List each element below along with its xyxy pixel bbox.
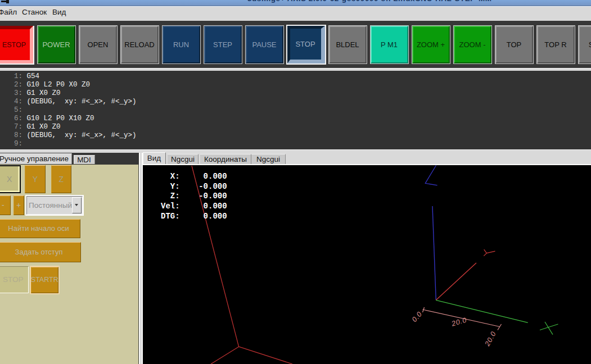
svg-text:0.0: 0.0 bbox=[410, 310, 424, 324]
svg-text:20.0: 20.0 bbox=[483, 330, 498, 348]
svg-text:20.0: 20.0 bbox=[450, 316, 467, 327]
